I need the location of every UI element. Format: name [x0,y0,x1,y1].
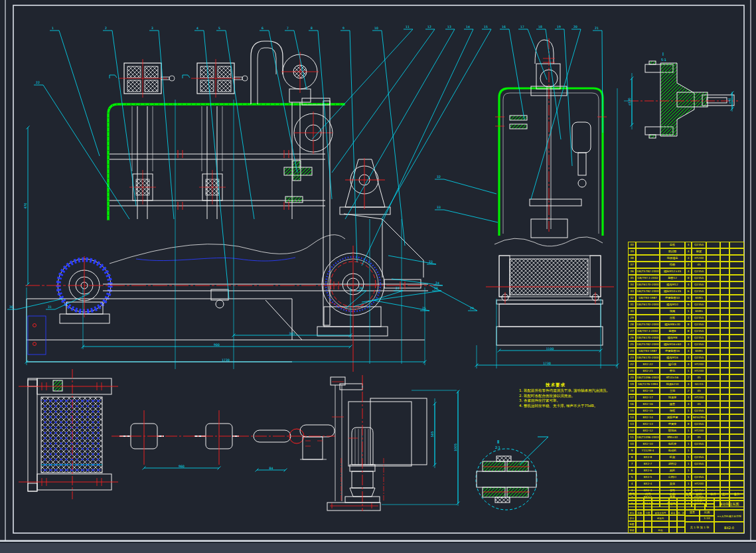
bom-cell [706,341,720,348]
bom-cell: 挡圈 [660,262,685,268]
bom-cell [636,255,660,262]
bom-row: 30筛网165Mn [628,308,744,315]
title-block-cell [652,504,669,510]
bom-cell [729,361,744,368]
bom-cell: Q235A [692,275,706,281]
bom-cell: 8 [685,335,692,341]
title-block-cell [669,515,677,521]
bom-row: 38轴承端盖4HT200 [628,255,744,262]
bom-cell [692,467,706,474]
bom-cell: BX2-22 [636,361,660,368]
bom-cell: 代号 [636,490,660,498]
bom-cell [729,374,744,381]
callout-number: 24 [435,281,439,285]
title-block: 阶段标记 重量 比例 1:10 共 1 张 第 1 张 振动筛总装图 ××大学机… [628,498,744,533]
bom-cell [729,481,744,487]
title-block-cell [636,504,644,510]
bom-row: 33GB/T5782-2000螺栓M10×356Q235A [628,288,744,295]
title-block-cell [644,515,652,521]
bom-cell [729,394,744,401]
bom-cell: 8 [685,275,692,281]
bom-cell: GB/T1096-2003 [636,434,660,441]
bom-cell: 16 [628,401,636,408]
bom-cell: 6 [685,301,692,308]
bom-cell [729,447,744,454]
bom-cell: 13 [628,421,636,428]
bom-row: 40盖板4Q235A [628,242,744,248]
bom-cell: 60Si2Mn [692,414,706,421]
bom-cell: 压板 [660,315,685,321]
bom-cell [706,421,720,428]
bom-cell: BX2-5 [636,474,660,481]
bom-row: 24GB/T93-1987弹簧垫圈16465Mn [628,348,744,355]
dimension-value: 84 [269,467,273,470]
bom-cell: 4 [628,481,636,487]
notes-lines: 1. 装配前所有零件均需清洗干净, 滚动轴承用汽油清洗。2. 装配时各配合面应涂… [519,388,619,408]
bom-cell [729,441,744,447]
bom-cell: 37 [628,262,636,268]
bom-cell: 单件 [706,490,720,498]
bom-cell: Q235A [692,341,706,348]
bom-cell: 1 [685,467,692,474]
bom-row: 22BX2-22偏心块4HT200 [628,361,744,368]
bom-cell [729,381,744,388]
title-block-cell [628,504,636,510]
stage-box [705,504,714,510]
bom-cell: Y112M-4 [636,447,660,454]
bom-cell [636,248,660,255]
leader-line [362,29,473,266]
bom-cell: 垫圈12 [660,275,685,281]
bom-cell: Q235A [692,454,706,461]
bom-cell: 弹簧垫圈16 [660,348,685,355]
title-block-cell: 签名 [669,510,677,516]
bom-cell [720,454,729,461]
bom-cell: 出料口 [660,474,685,481]
deck-plan-view [28,378,112,491]
bom-cell [720,328,729,335]
bom-cell: 8 [685,421,692,428]
bom-cell: 轴承6210 [660,381,685,388]
bom-row: 10BX2-10电机座1Q235A [628,441,744,447]
bom-row: 26GB/T6170-2000螺母M88Q235A [628,335,744,341]
bom-cell: 1 [685,408,692,414]
bom-cell: 橡胶 [692,248,706,255]
title-block-cell: 更改文件号 [652,510,669,516]
bom-cell [729,348,744,355]
bom-row: 31GB/T6170-2000螺母M106Q235A [628,301,744,308]
bom-cell [706,355,720,361]
note-line: 2. 装配时各配合面应涂以润滑油。 [519,394,619,399]
bom-cell: BX2-4 [636,481,660,487]
bom-cell [706,262,720,268]
bom-cell [706,434,720,441]
bom-cell [706,428,720,434]
bom-cell [706,381,720,388]
bom-cell: 1 [685,461,692,467]
bom-cell: 螺母M12 [660,281,685,288]
bom-cell: 隔套 [660,401,685,408]
callout-number: 19 [557,25,561,29]
dimension-value: 960 [179,465,185,468]
bom-cell: 偏心块 [660,361,685,368]
outside-sheet-margin [0,543,756,553]
callout-number: 2 [105,27,107,30]
bom-row: 18BX2-18主轴245 [628,388,744,394]
bom-cell: 数量 [685,490,692,498]
bom-cell [729,368,744,374]
main-front-view [27,41,428,362]
callout-number: 3 [151,27,153,30]
title-block-cell: 标准化 [652,515,669,521]
bom-cell [720,381,729,388]
bom-cell [692,447,706,454]
bom-cell [729,414,744,421]
bom-cell [706,454,720,461]
title-block-cell [636,498,644,504]
weight-label: 重量 [685,510,700,516]
bom-row: 19GB/T276-1994轴承62104GCr15 [628,381,744,388]
bom-cell [706,388,720,394]
bom-cell: 螺母M8 [660,335,685,341]
callout-number: 33 [437,206,441,209]
title-block-cell: 制图 [628,521,636,527]
bom-cell: 1 [685,441,692,447]
bom-cell [720,308,729,315]
callout-number: 32 [437,175,441,179]
